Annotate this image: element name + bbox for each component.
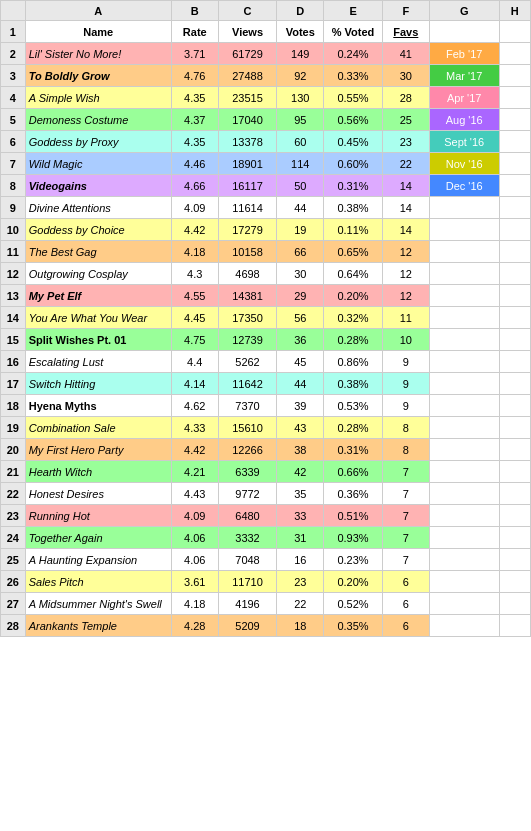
cell-views: 3332	[218, 527, 276, 549]
row-number: 28	[1, 615, 26, 637]
cell-name: Goddess by Choice	[25, 219, 171, 241]
cell-pct-voted: 0.28%	[324, 417, 382, 439]
cell-favs: 8	[382, 417, 429, 439]
cell-favs: 23	[382, 131, 429, 153]
header-col-b: B	[171, 1, 218, 21]
row-number: 2	[1, 43, 26, 65]
cell-pct-voted: 0.20%	[324, 571, 382, 593]
cell-votes: Votes	[277, 21, 324, 43]
row-number: 4	[1, 87, 26, 109]
cell-name: Running Hot	[25, 505, 171, 527]
table-row: 12Outgrowing Cosplay4.34698300.64%12	[1, 263, 531, 285]
cell-pct-voted: 0.86%	[324, 351, 382, 373]
cell-favs: 8	[382, 439, 429, 461]
cell-favs: Favs	[382, 21, 429, 43]
cell-votes: 42	[277, 461, 324, 483]
cell-votes: 33	[277, 505, 324, 527]
cell-date: Apr '17	[429, 87, 499, 109]
cell-pct-voted: 0.32%	[324, 307, 382, 329]
cell-votes: 16	[277, 549, 324, 571]
cell-rate: 4.33	[171, 417, 218, 439]
cell-date	[429, 219, 499, 241]
cell-rate: 3.61	[171, 571, 218, 593]
cell-name: Lil' Sister No More!	[25, 43, 171, 65]
cell-date: Dec '16	[429, 175, 499, 197]
cell-pct-voted: 0.31%	[324, 175, 382, 197]
cell-date: Aug '16	[429, 109, 499, 131]
table-row: 4A Simple Wish4.35235151300.55%28Apr '17	[1, 87, 531, 109]
cell-h	[499, 263, 531, 285]
cell-h	[499, 395, 531, 417]
cell-votes: 23	[277, 571, 324, 593]
cell-votes: 44	[277, 373, 324, 395]
table-row: 11The Best Gag4.1810158660.65%12	[1, 241, 531, 263]
row-number: 20	[1, 439, 26, 461]
table-row: 19Combination Sale4.3315610430.28%8	[1, 417, 531, 439]
cell-favs: 30	[382, 65, 429, 87]
cell-date: Mar '17	[429, 65, 499, 87]
table-row: 6Goddess by Proxy4.3513378600.45%23Sept …	[1, 131, 531, 153]
table-row: 7Wild Magic4.46189011140.60%22Nov '16	[1, 153, 531, 175]
cell-name: To Boldly Grow	[25, 65, 171, 87]
cell-favs: 9	[382, 351, 429, 373]
cell-rate: 4.06	[171, 549, 218, 571]
table-row: 16Escalating Lust4.45262450.86%9	[1, 351, 531, 373]
cell-favs: 41	[382, 43, 429, 65]
cell-pct-voted: 0.93%	[324, 527, 382, 549]
cell-views: 17279	[218, 219, 276, 241]
cell-h	[499, 329, 531, 351]
cell-h	[499, 43, 531, 65]
cell-name: You Are What You Wear	[25, 307, 171, 329]
cell-name: Name	[25, 21, 171, 43]
cell-rate: 4.18	[171, 593, 218, 615]
table-row: 21Hearth Witch4.216339420.66%7	[1, 461, 531, 483]
header-col-e: E	[324, 1, 382, 21]
cell-date	[429, 417, 499, 439]
cell-rate: 4.09	[171, 197, 218, 219]
header-col-h: H	[499, 1, 531, 21]
cell-favs: 6	[382, 615, 429, 637]
cell-name: Escalating Lust	[25, 351, 171, 373]
cell-date	[429, 461, 499, 483]
cell-views: 27488	[218, 65, 276, 87]
spreadsheet-table: A B C D E F G H 1NameRateViewsVotes% Vot…	[0, 0, 531, 637]
cell-h	[499, 131, 531, 153]
cell-votes: 19	[277, 219, 324, 241]
cell-name: Videogains	[25, 175, 171, 197]
cell-views: 61729	[218, 43, 276, 65]
cell-name: Arankants Temple	[25, 615, 171, 637]
cell-views: 17040	[218, 109, 276, 131]
cell-favs: 9	[382, 373, 429, 395]
cell-date	[429, 439, 499, 461]
cell-favs: 10	[382, 329, 429, 351]
cell-views: 4196	[218, 593, 276, 615]
cell-pct-voted: 0.60%	[324, 153, 382, 175]
cell-date	[429, 505, 499, 527]
row-number: 8	[1, 175, 26, 197]
table-row: 1NameRateViewsVotes% VotedFavs	[1, 21, 531, 43]
cell-rate: 4.28	[171, 615, 218, 637]
cell-date	[429, 615, 499, 637]
cell-views: 13378	[218, 131, 276, 153]
cell-h	[499, 439, 531, 461]
cell-pct-voted: 0.31%	[324, 439, 382, 461]
row-number: 16	[1, 351, 26, 373]
cell-pct-voted: % Voted	[324, 21, 382, 43]
cell-h	[499, 571, 531, 593]
cell-pct-voted: 0.20%	[324, 285, 382, 307]
cell-pct-voted: 0.23%	[324, 549, 382, 571]
cell-votes: 114	[277, 153, 324, 175]
cell-votes: 45	[277, 351, 324, 373]
cell-h	[499, 527, 531, 549]
cell-views: 11614	[218, 197, 276, 219]
cell-name: Hearth Witch	[25, 461, 171, 483]
cell-views: 7048	[218, 549, 276, 571]
row-number: 7	[1, 153, 26, 175]
cell-date	[429, 593, 499, 615]
cell-name: Honest Desires	[25, 483, 171, 505]
table-row: 15Split Wishes Pt. 014.7512739360.28%10	[1, 329, 531, 351]
cell-h	[499, 483, 531, 505]
cell-date	[429, 571, 499, 593]
cell-votes: 38	[277, 439, 324, 461]
cell-pct-voted: 0.11%	[324, 219, 382, 241]
